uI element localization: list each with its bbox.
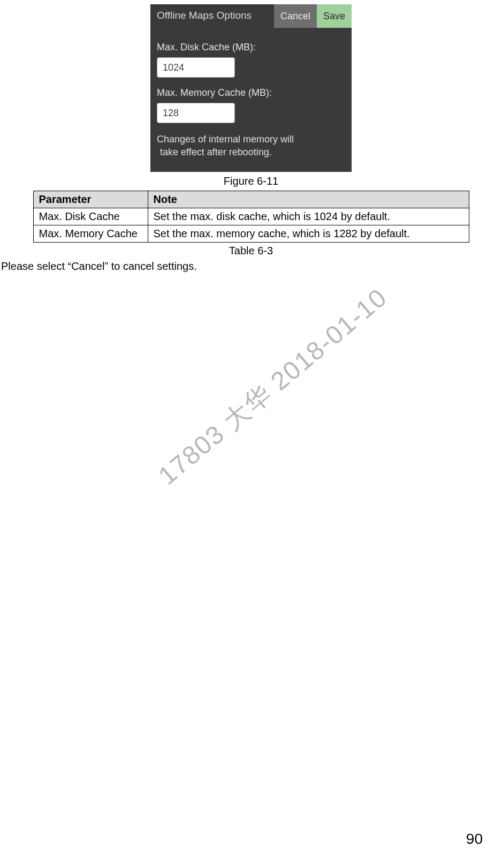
parameter-table: Parameter Note Max. Disk Cache Set the m…	[33, 191, 469, 243]
offline-maps-dialog: Offline Maps Options Cancel Save Max. Di…	[150, 4, 352, 172]
page-number: 90	[466, 831, 483, 848]
dialog-note: Changes of internal memory will take eff…	[157, 133, 345, 159]
dialog-body: Max. Disk Cache (MB): Max. Memory Cache …	[150, 28, 352, 172]
dialog-note-line2: take effect after rebooting.	[157, 146, 272, 158]
dialog-header: Offline Maps Options Cancel Save	[150, 4, 352, 28]
watermark: 17803 大华 2018-01-10	[151, 281, 395, 493]
table-header-row: Parameter Note	[33, 191, 469, 208]
figure-container: Offline Maps Options Cancel Save Max. Di…	[0, 0, 502, 187]
cancel-instruction-text: Please select “Cancel” to cancel setting…	[0, 260, 502, 273]
dialog-title: Offline Maps Options	[150, 4, 274, 28]
cell-note: Set the max. memory cache, which is 1282…	[148, 225, 469, 242]
cell-note: Set the max. disk cache, which is 1024 b…	[148, 208, 469, 225]
header-parameter: Parameter	[33, 191, 148, 208]
memory-cache-label: Max. Memory Cache (MB):	[157, 87, 345, 99]
cell-param: Max. Memory Cache	[33, 225, 148, 242]
figure-caption: Figure 6-11	[224, 175, 278, 187]
dialog-note-line1: Changes of internal memory will	[157, 134, 294, 145]
save-button[interactable]: Save	[317, 4, 352, 28]
memory-cache-input[interactable]	[157, 103, 235, 123]
disk-cache-label: Max. Disk Cache (MB):	[157, 42, 345, 53]
disk-cache-input[interactable]	[157, 57, 235, 78]
cancel-button[interactable]: Cancel	[274, 4, 317, 28]
table-row: Max. Disk Cache Set the max. disk cache,…	[33, 208, 469, 225]
table-row: Max. Memory Cache Set the max. memory ca…	[33, 225, 469, 242]
cell-param: Max. Disk Cache	[33, 208, 148, 225]
table-caption: Table 6-3	[0, 245, 502, 257]
header-note: Note	[148, 191, 469, 208]
